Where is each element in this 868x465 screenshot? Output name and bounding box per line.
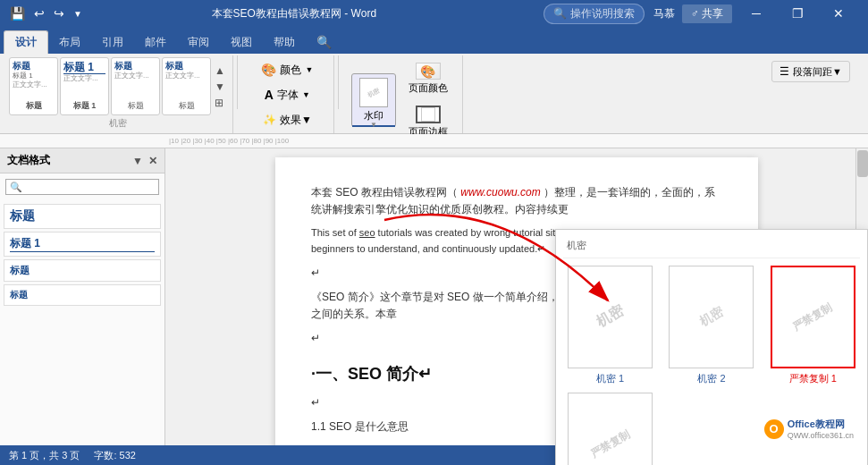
page-color-icon: 🎨 bbox=[416, 63, 441, 80]
watermark-item-miji1[interactable]: 机密 机密 1 bbox=[563, 266, 657, 385]
watermark-icon: 机密 bbox=[359, 78, 388, 107]
fonts-arrow: ▼ bbox=[302, 90, 310, 99]
watermark-item-yanjin2[interactable]: 严禁复制 严禁复制 2 bbox=[563, 393, 657, 465]
separator-1 bbox=[237, 55, 238, 109]
styles-scroll-down[interactable]: ▼ bbox=[215, 80, 225, 93]
brand-icon: O bbox=[764, 419, 784, 439]
main-area: 文档格式 ▼ ✕ 标题 标题 1 标题 标题 本套 SEO 教程由错误教 bbox=[0, 148, 868, 465]
search-label: 操作说明搜索 bbox=[570, 6, 635, 21]
sidebar-title: 文档格式 bbox=[7, 153, 50, 168]
effects-icon: ✨ bbox=[263, 114, 276, 126]
styles-more[interactable]: ⊞ bbox=[215, 97, 225, 109]
effects-button[interactable]: ✨ 效果▼ bbox=[251, 109, 323, 131]
close-button[interactable]: ✕ bbox=[818, 0, 859, 27]
watermark-button[interactable]: 机密 水印 bbox=[351, 73, 396, 127]
sidebar-content: 标题 标题 1 标题 标题 bbox=[0, 200, 164, 465]
tab-references[interactable]: 引用 bbox=[91, 30, 134, 54]
sidebar-search-input[interactable] bbox=[10, 182, 155, 192]
style-heading1[interactable]: 标题 1 正文文字... 标题 1 bbox=[60, 57, 109, 115]
tab-review[interactable]: 审阅 bbox=[177, 30, 220, 54]
search-light-icon: 🔍 bbox=[553, 7, 567, 20]
sidebar-expand-icon[interactable]: ▼ bbox=[132, 155, 143, 167]
watermark-dropdown-arrow[interactable]: ▼ bbox=[370, 121, 377, 129]
paragraph-label: 段落间距▼ bbox=[793, 65, 842, 79]
watermark-text-miji1: 机密 bbox=[594, 301, 628, 332]
title-bar: 💾 ↩ ↪ ▼ 本套SEO教程由错误教程网 - Word 🔍 操作说明搜索 马慕… bbox=[0, 0, 868, 27]
brand-sub: QWW.office361.cn bbox=[788, 431, 854, 440]
title-search[interactable]: 🔍 操作说明搜索 bbox=[544, 4, 645, 24]
watermark-item-yanjin1[interactable]: 严禁复制 严禁复制 1 bbox=[766, 266, 860, 385]
quick-access-toolbar: 💾 ↩ ↪ ▼ bbox=[7, 4, 85, 22]
brand-text-block: Office教程网 QWW.office361.cn bbox=[788, 418, 854, 440]
watermark-text-yanjin1: 严禁复制 bbox=[790, 300, 835, 334]
separator-2 bbox=[338, 55, 339, 109]
watermark-label-miji1: 机密 1 bbox=[596, 372, 624, 385]
fonts-icon: A bbox=[265, 88, 274, 102]
ribbon-group-styles: 标题 标题 1 正文文字... 标题 标题 1 正文文字... 标题 1 标题 … bbox=[4, 55, 233, 133]
scrollbar-thumb[interactable] bbox=[857, 150, 868, 177]
page-color-button[interactable]: 🎨 页面颜色 bbox=[403, 59, 453, 98]
style-heading3[interactable]: 标题 正文文字... 标题 bbox=[162, 57, 211, 115]
colors-arrow: ▼ bbox=[305, 65, 313, 74]
page-border-icon bbox=[416, 106, 441, 123]
colors-icon: 🎨 bbox=[261, 63, 276, 77]
styles-scroll-up[interactable]: ▲ bbox=[215, 64, 225, 77]
tab-view[interactable]: 视图 bbox=[220, 30, 263, 54]
doc-link: www.cuowu.com bbox=[460, 186, 540, 199]
ribbon-group-theme: 🎨 颜色 ▼ A 字体 ▼ ✨ 效果▼ ✔ bbox=[241, 55, 334, 133]
paragraph-icon: ☰ bbox=[780, 65, 789, 78]
fonts-button[interactable]: A 字体 ▼ bbox=[251, 84, 323, 106]
tab-search-icon[interactable]: 🔍 bbox=[306, 30, 342, 54]
watermark-item-miji2[interactable]: 机密 机密 2 bbox=[664, 266, 758, 385]
status-words: 字数: 532 bbox=[94, 449, 135, 462]
status-page: 第 1 页，共 3 页 bbox=[9, 449, 80, 462]
doc-intro: 本套 SEO 教程由错误教程网（ www.cuowu.com ）整理，是一套详细… bbox=[311, 184, 722, 218]
title-text: 本套SEO教程由错误教程网 - Word bbox=[212, 7, 376, 20]
colors-button[interactable]: 🎨 颜色 ▼ bbox=[251, 59, 323, 80]
redo-icon[interactable]: ↪ bbox=[51, 4, 67, 22]
watermark-label-yanjin1: 严禁复制 1 bbox=[789, 372, 837, 385]
styles-items: 标题 标题 1 正文文字... 标题 标题 1 正文文字... 标题 1 标题 … bbox=[9, 57, 227, 115]
watermark-preview-miji1: 机密 bbox=[568, 266, 653, 368]
sidebar-search bbox=[5, 179, 159, 195]
undo-icon[interactable]: ↩ bbox=[31, 4, 47, 22]
sidebar-close-icon[interactable]: ✕ bbox=[148, 155, 157, 167]
sidebar-style-heading1[interactable]: 标题 1 bbox=[4, 232, 161, 257]
save-icon[interactable]: 💾 bbox=[7, 4, 28, 22]
minimize-button[interactable]: ─ bbox=[736, 0, 777, 27]
style-normal[interactable]: 标题 标题 1 正文文字... 标题 bbox=[9, 57, 58, 115]
watermark-preview-miji2: 机密 bbox=[669, 266, 754, 368]
ruler-horizontal: |10 |20 |30 |40 |50 |60 |70 |80 |90 |100 bbox=[0, 134, 868, 148]
sidebar-style-heading[interactable]: 标题 bbox=[4, 204, 161, 229]
paragraph-spacing-button[interactable]: ☰ 段落间距▼ bbox=[771, 61, 850, 82]
tab-help[interactable]: 帮助 bbox=[263, 30, 306, 54]
ribbon: 标题 标题 1 正文文字... 标题 标题 1 正文文字... 标题 1 标题 … bbox=[0, 54, 868, 134]
tab-layout[interactable]: 布局 bbox=[48, 30, 91, 54]
watermark-preview-yanjin1: 严禁复制 bbox=[771, 266, 855, 368]
watermark-text-miji2: 机密 bbox=[696, 304, 726, 331]
watermark-grid: 机密 机密 1 机密 机密 2 严禁复制 严禁复制 1 bbox=[563, 266, 860, 385]
sidebar-style-heading2[interactable]: 标题 bbox=[4, 259, 161, 282]
tab-design[interactable]: 设计 bbox=[4, 30, 48, 54]
ribbon-tabs: 设计 布局 引用 邮件 审阅 视图 帮助 🔍 bbox=[0, 27, 868, 54]
sidebar-style-heading3[interactable]: 标题 bbox=[4, 284, 161, 306]
sidebar-header: 文档格式 ▼ ✕ bbox=[0, 148, 164, 173]
sidebar-panel: 文档格式 ▼ ✕ 标题 标题 1 标题 标题 bbox=[0, 148, 165, 465]
tab-mailings[interactable]: 邮件 bbox=[134, 30, 177, 54]
ribbon-group-page-bg: 机密 水印 ▼ 🎨 页面颜色 页面边框 bbox=[342, 55, 463, 133]
style-heading2[interactable]: 标题 正文文字... 标题 bbox=[111, 57, 160, 115]
maximize-button[interactable]: ❐ bbox=[777, 0, 818, 27]
watermark-panel-title: 机密 bbox=[563, 237, 860, 258]
watermark-text-yanjin2: 严禁复制 bbox=[588, 427, 633, 461]
watermark-label-miji2: 机密 2 bbox=[697, 372, 725, 385]
user-name: 马慕 bbox=[653, 6, 675, 21]
styles-group-label: 机密 bbox=[109, 115, 127, 130]
watermark-preview-yanjin2: 严禁复制 bbox=[568, 393, 653, 465]
page-color-label: 页面颜色 bbox=[409, 81, 448, 95]
brand-name: Office教程网 bbox=[788, 418, 854, 431]
colors-label: 颜色 bbox=[280, 63, 301, 78]
share-button[interactable]: ♂ 共享 bbox=[682, 4, 732, 23]
window-controls: ─ ❐ ✕ bbox=[736, 0, 859, 27]
brand-badge: O Office教程网 QWW.office361.cn bbox=[759, 415, 859, 443]
more-icon[interactable]: ▼ bbox=[71, 7, 85, 21]
